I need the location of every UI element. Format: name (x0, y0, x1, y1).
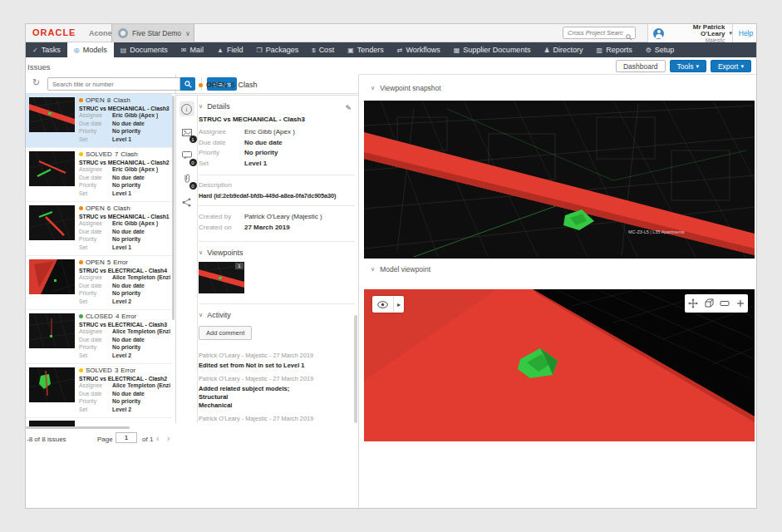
zoom-in-button[interactable] (732, 294, 748, 313)
project-selector[interactable]: Five Star Demo ∨ (111, 24, 194, 42)
viewer-eye-toolbar[interactable]: ▸ (372, 296, 404, 313)
tenders-icon: ▣ (347, 47, 354, 54)
cross-project-search-input[interactable] (563, 27, 636, 39)
issue-status: SOLVED (86, 367, 112, 374)
details-section-toggle[interactable]: ∨Details (199, 102, 355, 111)
issue-title: STRUC vs MECHANICAL - Clash1 (79, 214, 170, 219)
edit-pencil-icon[interactable]: ✎ (345, 104, 352, 112)
viewpoint-number-badge: 1 (235, 263, 243, 269)
help-link[interactable]: Help (739, 29, 753, 37)
issue-card-7[interactable]: SOLVED7Clash STRUC vs MECHANICAL - Clash… (26, 148, 172, 202)
issue-number: 6 (107, 204, 111, 212)
visibility-button[interactable] (372, 296, 393, 313)
nav-item-cost[interactable]: $Cost (305, 42, 341, 57)
viewpoints-tab[interactable]: 1 (180, 125, 194, 140)
workflows-icon: ⇄ (397, 47, 403, 54)
nav-item-reports[interactable]: ▥Reports (590, 42, 639, 57)
divider (199, 175, 355, 175)
viewpoint-snapshot-toggle[interactable]: ∨ Viewpoint snapshot (371, 84, 441, 92)
nav-item-supplier-documents[interactable]: ▦Supplier Documents (447, 42, 538, 57)
issue-thumbnail (29, 313, 75, 348)
export-button[interactable]: Export▾ (711, 60, 751, 72)
issue-number: 8 (107, 96, 111, 104)
issue-status: OPEN (86, 259, 105, 266)
issue-type: Error (113, 259, 128, 266)
comment-icon (182, 151, 192, 160)
attachments-count-badge: 0 (189, 182, 197, 190)
nav-item-tasks[interactable]: ✓Tasks (26, 42, 67, 57)
nav-item-setup[interactable]: ⚙Setup (639, 42, 681, 57)
chevron-down-icon: ∨ (371, 266, 375, 273)
nav-item-packages[interactable]: ❒Packages (249, 42, 305, 57)
help-area[interactable]: Help (732, 24, 757, 42)
dashboard-button[interactable]: Dashboard (616, 60, 666, 72)
issue-card-8[interactable]: OPEN8Clash STRUC vs MECHANICAL - Clash3 … (26, 94, 172, 148)
divider (358, 74, 359, 509)
nav-item-directory[interactable]: ♟Directory (537, 42, 589, 57)
attachments-tab[interactable]: 0 (180, 171, 194, 186)
nav-item-workflows[interactable]: ⇄Workflows (391, 42, 447, 57)
nav-item-tenders[interactable]: ▣Tenders (341, 42, 391, 57)
issue-card-3[interactable]: SOLVED3Error STRUC vs ELECTRICAL - Clash… (26, 364, 172, 418)
created-by-label: Created by (199, 212, 244, 223)
issue-thumbnail (29, 205, 75, 240)
page-input[interactable] (116, 432, 137, 443)
viewpoint-thumbnail[interactable]: 1 (199, 262, 244, 293)
issue-number: 5 (107, 259, 111, 266)
comments-tab[interactable]: 0 (180, 148, 194, 163)
user-menu[interactable]: Mr Patrick O'Leary Majestic ▾ (647, 24, 732, 42)
fit-view-button[interactable] (716, 294, 732, 313)
model-viewpoint-toggle[interactable]: ∨ Model viewpoint (371, 265, 430, 273)
issue-search-input[interactable] (47, 77, 180, 91)
issue-card-4[interactable]: CLOSED4Error STRUC vs ELECTRICAL - Clash… (26, 310, 172, 364)
nav-item-documents[interactable]: ▤Documents (114, 42, 175, 57)
issue-card-5[interactable]: OPEN5Error STRUC vs ELECTRICAL - Clash4 … (26, 256, 172, 310)
related-tab[interactable] (180, 195, 194, 209)
activity-entry: Patrick O'Leary - Majestic - 27 March 20… (199, 415, 355, 426)
caret-down-icon: ▾ (696, 63, 699, 70)
packages-icon: ❒ (256, 47, 262, 54)
results-range: -8 of 8 issues (27, 436, 66, 443)
expand-toolbar-button[interactable]: ▸ (393, 296, 404, 313)
issue-card-6[interactable]: OPEN6Clash STRUC vs MECHANICAL - Clash1 … (26, 202, 172, 256)
activity-action: Mechanical (199, 401, 355, 410)
detail-scrollbar[interactable] (354, 315, 357, 423)
status-dot (79, 314, 83, 318)
issue-title: STRUC vs MECHANICAL - Clash3 (79, 106, 170, 111)
models-icon: ◎ (74, 47, 80, 54)
viewpoint-snapshot-viewer[interactable]: MC-Z3-L5 | L35 Apartments (364, 101, 755, 259)
nav-item-field[interactable]: ▲Field (210, 42, 249, 57)
tools-button[interactable]: Tools▾ (670, 60, 706, 72)
image-icon (182, 129, 192, 136)
documents-icon: ▤ (120, 47, 127, 54)
viewpoints-section-toggle[interactable]: ∨Viewpoints (199, 249, 355, 257)
prev-page-icon[interactable]: ‹ (156, 434, 159, 443)
add-comment-button[interactable]: Add comment (199, 326, 252, 340)
plus-icon (736, 299, 745, 308)
divider (199, 303, 355, 304)
detail-number: 8 (231, 81, 235, 89)
issue-list-scrollbar[interactable] (172, 96, 175, 320)
issue-list-hscrollbar[interactable] (26, 426, 176, 430)
detail-assignee: Eric Gibb (Apex ) (244, 127, 295, 138)
main-nav: ✓Tasks ◎Models ▤Documents ✉Mail ▲Field ❒… (26, 42, 756, 57)
activity-section-toggle[interactable]: ∨Activity (199, 311, 355, 319)
issue-card-partial[interactable] (26, 418, 172, 426)
activity-action: Edited set from Not in set to Level 1 (199, 362, 355, 370)
orbit-cube-button[interactable] (701, 294, 716, 313)
status-dot (199, 83, 203, 87)
issue-status: CLOSED (86, 313, 113, 320)
issue-type: Clash (120, 150, 137, 158)
nav-item-mail[interactable]: ✉Mail (175, 42, 210, 57)
tasks-icon: ✓ (32, 47, 38, 54)
next-page-icon[interactable]: › (167, 434, 170, 443)
info-tab[interactable]: i (180, 101, 194, 116)
refresh-icon[interactable]: ↻ (32, 77, 40, 88)
model-viewpoint-viewer[interactable]: ▸ (364, 289, 755, 441)
activity-entry: Patrick O'Leary - Majestic - 27 March 20… (199, 352, 355, 370)
created-by-value: Patrick O'Leary (Majestic ) (244, 212, 322, 223)
description-value: Hard (id:2eb9edaf-bfdb-449d-a8ea-0fa7dc9… (199, 192, 355, 200)
cost-icon: $ (312, 47, 315, 54)
nav-item-models[interactable]: ◎Models (67, 42, 114, 57)
pan-button[interactable] (685, 294, 701, 313)
